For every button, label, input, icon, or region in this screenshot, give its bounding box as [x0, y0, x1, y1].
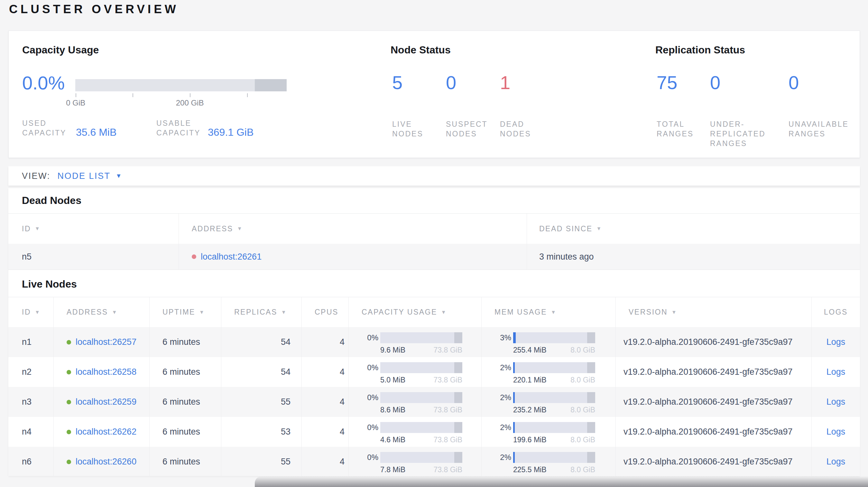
replication-status-section: Replication Status: [655, 44, 745, 56]
logs-link[interactable]: Logs: [827, 397, 845, 407]
live-col-address[interactable]: ADDRESS ▼: [54, 297, 150, 327]
live-col-id-label: ID: [22, 308, 31, 317]
total-ranges-stat: 75 TOTAL RANGES: [657, 72, 710, 148]
live-col-mem-usage[interactable]: MEM USAGE ▼: [482, 297, 616, 327]
live-col-cpus: CPUS: [302, 297, 349, 327]
sort-desc-icon: ▼: [281, 310, 287, 315]
view-dropdown-selected[interactable]: NODE LIST: [58, 171, 111, 181]
live-col-replicas[interactable]: REPLICAS ▼: [221, 297, 302, 327]
live-status-icon: [67, 430, 71, 434]
sort-desc-icon: ▼: [112, 310, 118, 315]
dead-nodes-stat: 1 DEAD NODES: [500, 72, 564, 139]
capacity-total: 73.8 GiB: [434, 405, 463, 414]
node-logs-cell: Logs: [812, 387, 860, 417]
logs-link[interactable]: Logs: [827, 367, 845, 377]
dead-node-address-link[interactable]: localhost:26261: [201, 252, 261, 262]
sort-desc-icon: ▼: [35, 226, 40, 232]
used-capacity-stat: USED CAPACITY 35.6 MiB: [22, 118, 156, 138]
live-col-uptime[interactable]: UPTIME ▼: [150, 297, 221, 327]
dead-nodes-label: DEAD NODES: [500, 119, 564, 139]
node-logs-cell: Logs: [812, 417, 860, 447]
capacity-percent: 0%: [362, 363, 378, 372]
capacity-bar-wrap: 0 GiB 200 GiB: [75, 79, 287, 108]
node-cpus: 4: [302, 327, 349, 357]
live-col-id[interactable]: ID ▼: [8, 297, 54, 327]
node-mem-usage: 2% 235.2 MiB 8.0 GiB: [482, 387, 616, 417]
node-capacity-usage: 0% 5.0 MiB 73.8 GiB: [349, 357, 482, 387]
sort-desc-icon: ▼: [551, 310, 557, 315]
mem-mini-bar: [513, 362, 595, 373]
mem-percent: 2%: [494, 453, 511, 462]
dead-col-dead-since-label: DEAD SINCE: [539, 225, 593, 233]
logs-link[interactable]: Logs: [827, 457, 845, 467]
dead-nodes-header: ID ▼ ADDRESS ▼ DEAD SINCE ▼: [8, 213, 860, 244]
capacity-percent: 0%: [362, 453, 378, 462]
node-replicas: 54: [221, 357, 302, 387]
node-capacity-usage: 0% 7.8 MiB 73.8 GiB: [349, 447, 482, 476]
node-address-cell: localhost:26258: [54, 357, 150, 387]
live-status-icon: [67, 340, 71, 345]
logs-link[interactable]: Logs: [827, 337, 845, 347]
unavailable-ranges-stat: 0 UNAVAILABLE RANGES: [788, 72, 866, 148]
node-version: v19.2.0-alpha.20190606-2491-gfe735c9a97: [616, 447, 812, 476]
node-id: n3: [8, 387, 54, 417]
view-dropdown[interactable]: NODE LIST ▼: [58, 171, 122, 181]
replication-status-stats: 75 TOTAL RANGES 0 UNDER- REPLICATED RANG…: [657, 72, 866, 148]
capacity-total: 73.8 GiB: [434, 465, 463, 474]
logs-link[interactable]: Logs: [827, 427, 845, 437]
dead-node-dead-since: 3 minutes ago: [527, 244, 860, 269]
capacity-axis-tick: [247, 93, 248, 97]
live-node-row: n1 localhost:26257 6 minutes 54 4 0% 9.6…: [8, 327, 860, 357]
capacity-used: 7.8 MiB: [380, 465, 405, 474]
mem-total: 8.0 GiB: [570, 346, 595, 355]
node-capacity-usage: 0% 9.6 MiB 73.8 GiB: [349, 327, 482, 357]
node-address-cell: localhost:26259: [54, 387, 150, 417]
chevron-down-icon[interactable]: ▼: [116, 172, 122, 180]
view-label: VIEW:: [22, 171, 51, 181]
sort-desc-icon: ▼: [35, 310, 40, 315]
node-cpus: 4: [302, 387, 349, 417]
live-col-logs: LOGS: [812, 297, 860, 327]
mem-mini-bar: [513, 392, 595, 403]
capacity-bar-dark-segment: [255, 79, 287, 91]
dead-col-dead-since[interactable]: DEAD SINCE ▼: [527, 214, 860, 244]
live-col-capacity-usage[interactable]: CAPACITY USAGE ▼: [349, 297, 482, 327]
node-id: n1: [8, 327, 54, 357]
capacity-used: 5.0 MiB: [380, 376, 405, 384]
mem-used: 199.6 MiB: [513, 435, 547, 444]
bottom-shadow: [255, 476, 868, 487]
capacity-usage-graph: 0.0% 0 GiB 200 GiB: [22, 73, 287, 108]
cluster-overview-page: CLUSTER OVERVIEW Capacity Usage 0.0% 0 G…: [0, 0, 868, 487]
mem-total: 8.0 GiB: [570, 465, 595, 474]
capacity-axis-tick: [75, 93, 76, 97]
node-address-link[interactable]: localhost:26260: [75, 457, 136, 467]
capacity-mini-bar: [380, 422, 462, 433]
node-address-link[interactable]: localhost:26259: [75, 397, 136, 407]
node-uptime: 6 minutes: [150, 387, 221, 417]
live-node-row: n6 localhost:26260 6 minutes 55 4 0% 7.8…: [8, 447, 860, 476]
page-title: CLUSTER OVERVIEW: [9, 3, 179, 16]
node-address-link[interactable]: localhost:26257: [75, 337, 136, 347]
live-nodes-label: LIVE NODES: [392, 119, 446, 139]
live-col-version[interactable]: VERSION ▼: [616, 297, 812, 327]
node-replicas: 53: [221, 417, 302, 447]
mem-used: 255.4 MiB: [513, 346, 547, 355]
live-status-icon: [67, 460, 71, 464]
node-version: v19.2.0-alpha.20190606-2491-gfe735c9a97: [616, 417, 812, 447]
mem-used: 225.5 MiB: [513, 465, 547, 474]
node-replicas: 55: [221, 387, 302, 417]
sort-desc-icon: ▼: [441, 310, 447, 315]
node-address-link[interactable]: localhost:26258: [75, 367, 136, 377]
mem-mini-bar: [513, 452, 595, 463]
capacity-mini-bar: [380, 362, 462, 373]
capacity-bar: [75, 79, 287, 91]
sort-desc-icon: ▼: [672, 310, 677, 315]
capacity-axis-label: 0 GiB: [66, 98, 85, 107]
dead-col-address[interactable]: ADDRESS ▼: [179, 214, 527, 244]
node-address-link[interactable]: localhost:26262: [75, 427, 136, 437]
node-logs-cell: Logs: [812, 327, 860, 357]
capacity-total: 73.8 GiB: [434, 435, 463, 444]
dead-col-id[interactable]: ID ▼: [8, 214, 179, 244]
summary-card: Capacity Usage 0.0% 0 GiB 200 GiB: [8, 31, 860, 158]
capacity-percent: 0%: [362, 333, 378, 342]
